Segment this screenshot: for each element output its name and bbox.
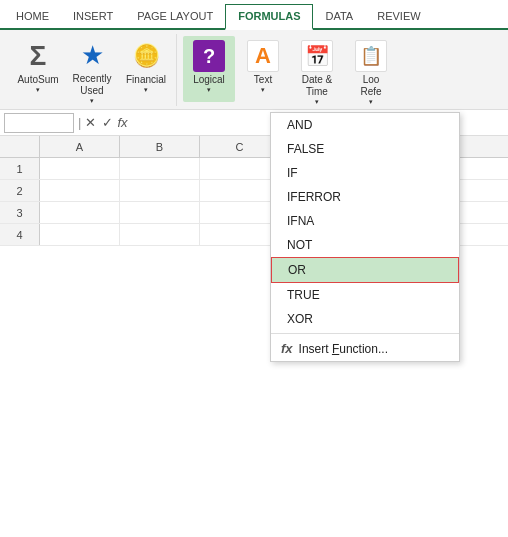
date-label: Date & [302,74,333,86]
date-label2: Time [306,86,328,98]
cell-b4[interactable] [120,224,200,245]
cell-a3[interactable] [40,202,120,223]
col-header-b[interactable]: B [120,136,200,157]
fx-label: fx [117,115,127,130]
financial-label: Financial [126,74,166,86]
text-button[interactable]: A Text ▾ [237,36,289,102]
lookup-ref-button[interactable]: 📋 Loo Refe ▾ [345,36,397,102]
ribbon-group-functions: ? Logical ▾ A Text ▾ 📅 Date & Time ▾ [179,34,401,106]
lookup-label: Loo [363,74,380,86]
dropdown-item-false[interactable]: FALSE [271,137,459,161]
dropdown-item-iferror[interactable]: IFERROR [271,185,459,209]
logical-button[interactable]: ? Logical ▾ [183,36,235,102]
dropdown-item-and[interactable]: AND [271,113,459,137]
star-icon: ★ [76,40,108,71]
cell-c4[interactable] [200,224,280,245]
financial-icon: 🪙 [130,40,162,72]
cell-a2[interactable] [40,180,120,201]
ribbon-tabs: HOME INSERT PAGE LAYOUT FORMULAS DATA RE… [0,0,508,30]
logical-arrow-icon: ▾ [207,86,211,93]
row-num-3: 3 [0,202,40,223]
dropdown-item-ifna[interactable]: IFNA [271,209,459,233]
cell-c2[interactable] [200,180,280,201]
insert-function-item[interactable]: fx Insert Function... [271,336,459,361]
logical-label: Logical [193,74,225,86]
row-num-4: 4 [0,224,40,245]
insert-fn-underline: F [332,342,339,356]
insert-fn-fx-icon: fx [281,341,293,356]
lookup-label2: Refe [360,86,381,98]
col-header-a[interactable]: A [40,136,120,157]
autosum-button[interactable]: Σ AutoSum ▾ [12,36,64,102]
financial-button[interactable]: 🪙 Financial ▾ [120,36,172,102]
tab-formulas[interactable]: FORMULAS [225,4,313,30]
date-icon: 📅 [301,40,333,72]
tab-insert[interactable]: INSERT [61,5,125,28]
dropdown-item-true[interactable]: TRUE [271,283,459,307]
logical-dropdown-menu: AND FALSE IF IFERROR IFNA NOT OR TRUE XO… [270,112,460,362]
cell-c1[interactable] [200,158,280,179]
row-num-header [0,136,40,157]
row-num-1: 1 [0,158,40,179]
recently-used-label2: Used [80,85,103,97]
tab-home[interactable]: HOME [4,5,61,28]
lookup-icon: 📋 [355,40,387,72]
col-header-c[interactable]: C [200,136,280,157]
sigma-icon: Σ [22,40,54,72]
text-icon: A [247,40,279,72]
date-time-button[interactable]: 📅 Date & Time ▾ [291,36,343,102]
ribbon-bar: Σ AutoSum ▾ ★ Recently Used ▾ 🪙 Financia… [0,30,508,110]
formula-bar-separator: | [78,115,81,130]
text-label: Text [254,74,272,86]
cell-b1[interactable] [120,158,200,179]
row-num-2: 2 [0,180,40,201]
date-arrow-icon: ▾ [315,98,319,105]
cell-c3[interactable] [200,202,280,223]
cell-a4[interactable] [40,224,120,245]
tab-data[interactable]: DATA [313,5,365,28]
dropdown-item-not[interactable]: NOT [271,233,459,257]
cell-b3[interactable] [120,202,200,223]
confirm-icon[interactable]: ✓ [102,115,113,130]
dropdown-item-or[interactable]: OR [271,257,459,283]
logical-icon: ? [193,40,225,72]
dropdown-item-xor[interactable]: XOR [271,307,459,331]
financial-arrow-icon: ▾ [144,86,148,93]
cancel-icon[interactable]: ✕ [85,115,96,130]
name-box[interactable] [4,113,74,133]
recently-used-button[interactable]: ★ Recently Used ▾ [66,36,118,102]
formula-bar-icons: ✕ ✓ [85,115,113,130]
tab-page-layout[interactable]: PAGE LAYOUT [125,5,225,28]
tab-review[interactable]: REVIEW [365,5,432,28]
dropdown-item-if[interactable]: IF [271,161,459,185]
recently-used-arrow-icon: ▾ [90,97,94,104]
text-arrow-icon: ▾ [261,86,265,93]
autosum-label: AutoSum [17,74,58,86]
autosum-arrow-icon: ▾ [36,86,40,93]
ribbon-group-math: Σ AutoSum ▾ ★ Recently Used ▾ 🪙 Financia… [8,34,177,106]
dropdown-divider [271,333,459,334]
cell-b2[interactable] [120,180,200,201]
lookup-arrow-icon: ▾ [369,98,373,105]
cell-a1[interactable] [40,158,120,179]
recently-used-label: Recently [73,73,112,85]
insert-fn-label: Insert Function... [299,342,388,356]
